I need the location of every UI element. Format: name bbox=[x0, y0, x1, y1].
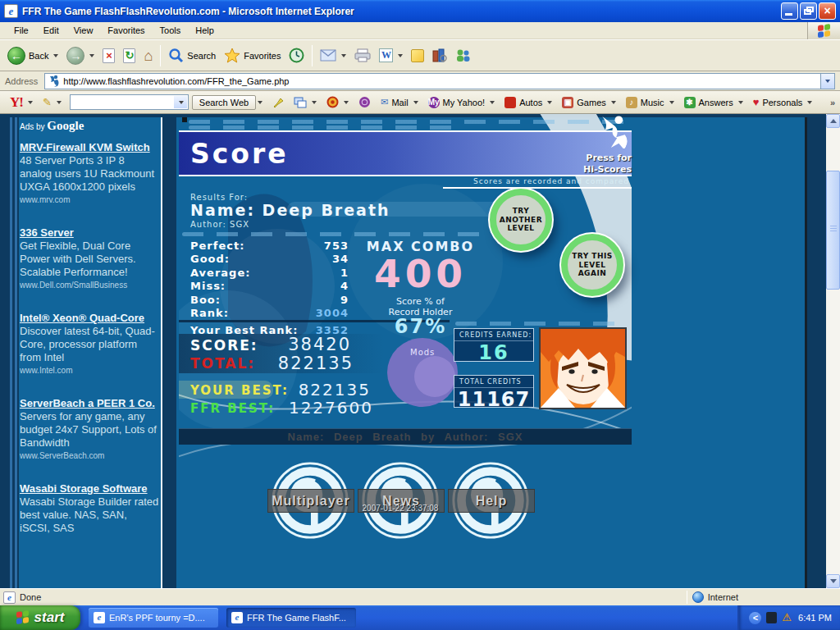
highlighter-icon bbox=[272, 97, 284, 108]
status-bar: e Done Internet bbox=[0, 588, 840, 605]
news-timestamp: 2007-01-22 23:37:08 bbox=[343, 504, 458, 513]
yahoo-logo-button[interactable]: Y! bbox=[5, 94, 38, 111]
stop-button[interactable]: × bbox=[98, 43, 119, 69]
help-label-bar[interactable]: Help bbox=[448, 489, 535, 513]
ad-item: 336 Server Get Flexible, Dual Core Power… bbox=[20, 226, 159, 290]
games-menu[interactable]: ▣ Games bbox=[557, 97, 620, 108]
forward-button[interactable]: → bbox=[62, 43, 98, 69]
menu-favorites[interactable]: Favorites bbox=[100, 23, 152, 38]
song-author: Author: SGX bbox=[190, 220, 249, 229]
yahoo-logo-dropdown-icon[interactable] bbox=[28, 101, 33, 104]
back-dropdown-icon[interactable] bbox=[53, 54, 58, 57]
web-assistant-button[interactable] bbox=[354, 96, 376, 108]
favorites-button[interactable]: Favorites bbox=[220, 43, 285, 69]
mail-dropdown-icon[interactable] bbox=[341, 54, 346, 57]
books-icon bbox=[432, 48, 447, 62]
close-icon: × bbox=[819, 4, 835, 17]
forward-dropdown-icon[interactable] bbox=[89, 54, 94, 57]
stat-row-miss: Miss:4 bbox=[190, 280, 349, 293]
pencil-dropdown-icon[interactable] bbox=[57, 101, 62, 104]
try-another-level-button[interactable]: TRY ANOTHER LEVEL bbox=[490, 189, 552, 251]
stat-row-perfect: Perfect:753 bbox=[190, 240, 349, 253]
yahoo-mail-menu[interactable]: ✉ Mail bbox=[376, 97, 422, 107]
scores-recorded-note: Scores are recorded and compared bbox=[443, 177, 632, 189]
pencil-icon: ✎ bbox=[43, 96, 52, 108]
start-button[interactable]: start bbox=[0, 605, 80, 630]
restore-button[interactable] bbox=[800, 2, 817, 20]
search-web-button[interactable]: Search Web bbox=[192, 95, 256, 110]
notes-button[interactable] bbox=[407, 43, 428, 69]
scroll-up-button[interactable] bbox=[826, 114, 840, 128]
home-icon: ⌂ bbox=[144, 48, 153, 63]
target-dropdown-icon[interactable] bbox=[344, 101, 349, 104]
hi-scores-widget[interactable]: Press for Hi-Scores bbox=[564, 116, 632, 175]
mail-button[interactable] bbox=[316, 43, 350, 69]
tray-warning-icon[interactable]: ⚠ bbox=[782, 612, 792, 623]
word-dropdown-icon[interactable] bbox=[398, 54, 403, 57]
task-ie-icon: e bbox=[231, 612, 243, 623]
home-button[interactable]: ⌂ bbox=[139, 43, 157, 69]
ad-link[interactable]: Intel® Xeon® Quad-Core bbox=[20, 312, 159, 325]
menu-tools[interactable]: Tools bbox=[153, 23, 189, 38]
address-input[interactable]: http://www.flashflashrevolution.com/FFR_… bbox=[44, 73, 835, 89]
my-yahoo-icon: My bbox=[428, 97, 440, 108]
total-credits-box: TOTAL CREDITS 11167 bbox=[454, 375, 534, 408]
yahoo-pencil-button[interactable]: ✎ bbox=[38, 96, 66, 108]
decor-dashes bbox=[189, 126, 459, 130]
highlighter-button[interactable] bbox=[267, 97, 289, 108]
combo-block: MAX COMBO 400 Score % of Record Holder 6… bbox=[353, 239, 488, 336]
address-dropdown-button[interactable] bbox=[820, 74, 834, 89]
decor-square bbox=[182, 117, 187, 122]
music-note-icon: ♪ bbox=[626, 97, 637, 108]
search-button[interactable]: Search bbox=[164, 43, 220, 69]
address-dropdown-icon bbox=[825, 80, 830, 83]
target-button[interactable] bbox=[322, 96, 354, 108]
scrollbar-thumb[interactable] bbox=[826, 171, 840, 290]
taskbar-clock: 6:41 PM bbox=[798, 613, 832, 623]
edit-with-word-button[interactable]: W bbox=[375, 43, 407, 69]
yahoo-search-input[interactable] bbox=[70, 94, 189, 110]
autos-menu[interactable]: Autos bbox=[500, 97, 557, 108]
menu-file[interactable]: File bbox=[7, 23, 36, 38]
menu-view[interactable]: View bbox=[66, 23, 101, 38]
history-button[interactable] bbox=[285, 43, 308, 69]
windows-list-icon bbox=[294, 97, 307, 108]
research-button[interactable] bbox=[428, 43, 451, 69]
ad-link[interactable]: MRV-Firewall KVM Switch bbox=[20, 141, 159, 154]
site-favicon bbox=[48, 75, 60, 87]
windows-list-dropdown-icon[interactable] bbox=[312, 101, 317, 104]
my-yahoo-menu[interactable]: My My Yahoo! bbox=[423, 97, 500, 108]
music-menu[interactable]: ♪ Music bbox=[621, 97, 679, 108]
tray-collapse-button[interactable]: < bbox=[749, 612, 761, 624]
autos-dropdown-icon bbox=[547, 101, 552, 104]
multiplayer-label-bar[interactable]: Multiplayer bbox=[267, 489, 354, 513]
mods-bubble-highlight bbox=[414, 356, 455, 397]
messenger-button[interactable] bbox=[451, 43, 475, 69]
minimize-button[interactable] bbox=[781, 2, 798, 20]
menu-help[interactable]: Help bbox=[188, 23, 221, 38]
tray-app-icon[interactable] bbox=[766, 612, 777, 623]
scroll-down-button[interactable] bbox=[826, 574, 840, 588]
answers-menu[interactable]: ✱ Answers bbox=[679, 97, 748, 108]
press-for-line2: Hi-Scores bbox=[564, 165, 632, 175]
ad-link[interactable]: Wasabi Storage Software bbox=[20, 482, 159, 495]
windows-list-button[interactable] bbox=[289, 97, 322, 108]
yahoo-search-history-button[interactable] bbox=[174, 96, 187, 108]
try-this-level-again-button[interactable]: TRY THIS LEVEL AGAIN bbox=[561, 234, 623, 296]
vertical-scrollbar[interactable] bbox=[826, 114, 840, 588]
toolbar-overflow-button[interactable]: » bbox=[830, 98, 835, 107]
taskbar-task-1[interactable]: e EnR's PPF tourny =D.... bbox=[89, 608, 218, 628]
print-button[interactable] bbox=[350, 43, 375, 69]
windows-flag-icon bbox=[818, 23, 831, 38]
back-button[interactable]: ← Back bbox=[3, 43, 62, 69]
close-button[interactable]: × bbox=[819, 2, 836, 20]
menu-edit[interactable]: Edit bbox=[36, 23, 66, 38]
ad-link[interactable]: ServerBeach a PEER 1 Co. bbox=[20, 397, 159, 410]
search-web-dropdown-icon[interactable] bbox=[258, 101, 262, 104]
stat-row-good: Good:34 bbox=[190, 253, 349, 266]
taskbar-task-2[interactable]: e FFR The Game FlashF... bbox=[226, 608, 356, 628]
ad-link[interactable]: 336 Server bbox=[20, 226, 159, 240]
internet-zone-label: Internet bbox=[708, 592, 738, 602]
personals-menu[interactable]: ♥ Personals bbox=[748, 96, 818, 108]
refresh-button[interactable]: ↻ bbox=[119, 43, 139, 69]
